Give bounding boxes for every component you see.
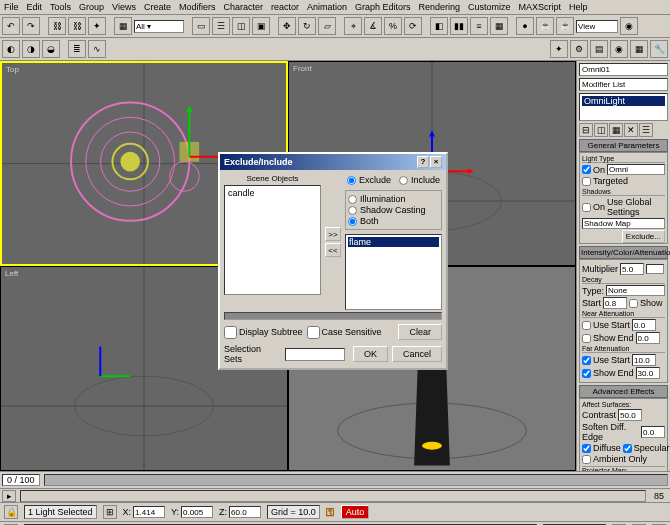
near-end-input[interactable]	[636, 332, 660, 344]
menu-character[interactable]: Character	[223, 2, 263, 12]
exclude-radio[interactable]	[347, 176, 356, 185]
soften-input[interactable]	[641, 426, 665, 438]
unlink-button[interactable]: ⛓	[68, 17, 86, 35]
light-type-dropdown[interactable]: Omni	[607, 164, 665, 175]
y-coord-input[interactable]	[181, 506, 213, 518]
illumination-radio[interactable]	[348, 195, 357, 204]
decay-show-checkbox[interactable]	[629, 299, 638, 308]
specular-checkbox[interactable]	[623, 444, 632, 453]
named-sel-button[interactable]: ◧	[430, 17, 448, 35]
percent-snap-button[interactable]: %	[384, 17, 402, 35]
list-item[interactable]: candle	[227, 188, 318, 198]
dialog-titlebar[interactable]: Exclude/Include ? ×	[220, 154, 446, 170]
cancel-button[interactable]: Cancel	[392, 346, 442, 362]
menu-help[interactable]: Help	[569, 2, 588, 12]
select-region-button[interactable]: ◫	[232, 17, 250, 35]
dialog-close-button[interactable]: ×	[430, 156, 442, 168]
shadow-casting-radio[interactable]	[348, 206, 357, 215]
rollout-general-header[interactable]: General Parameters	[579, 139, 668, 152]
scrollbar[interactable]	[224, 312, 442, 320]
snap-button[interactable]: ⌖	[344, 17, 362, 35]
selection-sets-dropdown[interactable]	[285, 348, 345, 361]
exclude-button[interactable]: Exclude...	[622, 230, 665, 243]
shadows-on-checkbox[interactable]	[582, 203, 591, 212]
utilities-panel-button[interactable]: 🔧	[650, 40, 668, 58]
tool-a[interactable]: ◐	[2, 40, 20, 58]
far-start-input[interactable]	[632, 354, 656, 366]
near-start-input[interactable]	[632, 319, 656, 331]
light-color-swatch[interactable]	[646, 264, 664, 274]
render-scene-button[interactable]: ☕	[536, 17, 554, 35]
menu-rendering[interactable]: Rendering	[419, 2, 461, 12]
scale-button[interactable]: ▱	[318, 17, 336, 35]
stack-item-omnilight[interactable]: OmniLight	[582, 96, 665, 106]
make-unique-button[interactable]: ▦	[609, 123, 623, 137]
modify-panel-button[interactable]: ⚙	[570, 40, 588, 58]
menu-create[interactable]: Create	[144, 2, 171, 12]
link-button[interactable]: ⛓	[48, 17, 66, 35]
targeted-checkbox[interactable]	[582, 177, 591, 186]
dialog-help-button[interactable]: ?	[417, 156, 429, 168]
exclude-arrow-button[interactable]: <<	[325, 243, 341, 257]
remove-modifier-button[interactable]: ✕	[624, 123, 638, 137]
include-radio[interactable]	[399, 176, 408, 185]
tool-b[interactable]: ◑	[22, 40, 40, 58]
both-radio[interactable]	[348, 217, 357, 226]
curve-editor-button[interactable]: ∿	[88, 40, 106, 58]
bind-button[interactable]: ✦	[88, 17, 106, 35]
show-end-result-button[interactable]: ◫	[594, 123, 608, 137]
key-icon[interactable]: ⚿	[326, 507, 335, 517]
near-use-checkbox[interactable]	[582, 321, 591, 330]
decay-type-dropdown[interactable]: None	[606, 285, 665, 296]
case-sensitive-checkbox[interactable]	[307, 326, 320, 339]
select-name-button[interactable]: ☰	[212, 17, 230, 35]
clear-button[interactable]: Clear	[398, 324, 442, 340]
far-end-input[interactable]	[636, 367, 660, 379]
move-button[interactable]: ✥	[278, 17, 296, 35]
hierarchy-panel-button[interactable]: ▤	[590, 40, 608, 58]
contrast-input[interactable]	[618, 409, 642, 421]
transform-type-button[interactable]: ⊞	[103, 505, 117, 519]
align-button[interactable]: ≡	[470, 17, 488, 35]
rotate-button[interactable]: ↻	[298, 17, 316, 35]
menu-maxscript[interactable]: MAXScript	[519, 2, 562, 12]
multiplier-input[interactable]	[620, 263, 644, 275]
create-panel-button[interactable]: ✦	[550, 40, 568, 58]
modifier-list-dropdown[interactable]: Modifier List	[579, 78, 668, 91]
ambient-checkbox[interactable]	[582, 455, 591, 464]
menu-customize[interactable]: Customize	[468, 2, 511, 12]
far-use-checkbox[interactable]	[582, 356, 591, 365]
menu-edit[interactable]: Edit	[27, 2, 43, 12]
shadow-type-dropdown[interactable]: Shadow Map	[582, 218, 665, 229]
trackbar-track[interactable]	[20, 490, 646, 502]
scene-objects-list[interactable]: candle	[224, 185, 321, 295]
menu-reactor[interactable]: reactor	[271, 2, 299, 12]
material-editor-button[interactable]: ●	[516, 17, 534, 35]
coord-system-dropdown[interactable]: View	[576, 20, 618, 33]
far-show-checkbox[interactable]	[582, 369, 591, 378]
tool-c[interactable]: ◒	[42, 40, 60, 58]
modifier-stack[interactable]: OmniLight	[579, 93, 668, 121]
quick-render-button[interactable]: ☕	[556, 17, 574, 35]
menu-animation[interactable]: Animation	[307, 2, 347, 12]
auto-key-button[interactable]: Auto	[341, 505, 370, 519]
near-show-checkbox[interactable]	[582, 334, 591, 343]
window-crossing-button[interactable]: ▣	[252, 17, 270, 35]
include-arrow-button[interactable]: >>	[325, 227, 341, 241]
menu-graph-editors[interactable]: Graph Editors	[355, 2, 411, 12]
display-subtree-checkbox[interactable]	[224, 326, 237, 339]
rollout-advanced-header[interactable]: Advanced Effects	[579, 385, 668, 398]
list-item[interactable]: flame	[348, 237, 439, 247]
filter-dropdown[interactable]: All ▾	[134, 20, 184, 33]
configure-button[interactable]: ☰	[639, 123, 653, 137]
excluded-list[interactable]: flame	[345, 234, 442, 310]
select-button[interactable]: ▭	[192, 17, 210, 35]
diffuse-checkbox[interactable]	[582, 444, 591, 453]
motion-panel-button[interactable]: ◉	[610, 40, 628, 58]
pin-stack-button[interactable]: ⊟	[579, 123, 593, 137]
menu-views[interactable]: Views	[112, 2, 136, 12]
lock-button[interactable]: 🔒	[4, 505, 18, 519]
ok-button[interactable]: OK	[353, 346, 388, 362]
menu-group[interactable]: Group	[79, 2, 104, 12]
time-slider[interactable]	[44, 474, 668, 486]
